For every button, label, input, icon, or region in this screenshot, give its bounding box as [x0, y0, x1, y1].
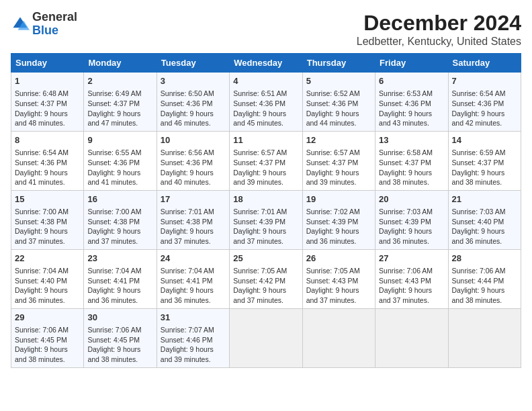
- day-cell: 31Sunrise: 7:07 AMSunset: 4:46 PMDayligh…: [157, 308, 229, 367]
- day-number: 9: [87, 134, 152, 146]
- logo-icon: [11, 15, 30, 34]
- day-number: 18: [233, 193, 298, 205]
- day-info: Sunrise: 7:02 AMSunset: 4:39 PMDaylight:…: [306, 207, 371, 246]
- day-cell: 9Sunrise: 6:55 AMSunset: 4:36 PMDaylight…: [84, 131, 157, 190]
- day-cell: 10Sunrise: 6:56 AMSunset: 4:36 PMDayligh…: [157, 131, 229, 190]
- day-info: Sunrise: 6:51 AMSunset: 4:36 PMDaylight:…: [233, 89, 298, 128]
- calendar-table: SundayMondayTuesdayWednesdayThursdayFrid…: [11, 53, 521, 368]
- day-info: Sunrise: 6:56 AMSunset: 4:36 PMDaylight:…: [161, 148, 226, 187]
- day-number: 8: [15, 134, 80, 146]
- day-info: Sunrise: 6:58 AMSunset: 4:37 PMDaylight:…: [379, 148, 444, 187]
- day-number: 2: [87, 75, 152, 87]
- day-number: 26: [306, 253, 371, 265]
- day-number: 27: [379, 253, 444, 265]
- day-info: Sunrise: 6:54 AMSunset: 4:36 PMDaylight:…: [452, 89, 517, 128]
- day-number: 4: [233, 75, 298, 87]
- day-number: 5: [306, 75, 371, 87]
- day-number: 24: [161, 253, 226, 265]
- day-info: Sunrise: 6:59 AMSunset: 4:37 PMDaylight:…: [452, 148, 517, 187]
- day-cell: 15Sunrise: 7:00 AMSunset: 4:38 PMDayligh…: [11, 190, 84, 249]
- day-cell: 3Sunrise: 6:50 AMSunset: 4:36 PMDaylight…: [157, 73, 229, 132]
- day-cell: 5Sunrise: 6:52 AMSunset: 4:36 PMDaylight…: [302, 73, 375, 132]
- day-number: 19: [306, 193, 371, 205]
- day-number: 13: [379, 134, 444, 146]
- day-info: Sunrise: 6:52 AMSunset: 4:36 PMDaylight:…: [306, 89, 371, 128]
- day-cell: 23Sunrise: 7:04 AMSunset: 4:41 PMDayligh…: [84, 249, 157, 308]
- day-info: Sunrise: 7:04 AMSunset: 4:41 PMDaylight:…: [87, 266, 152, 306]
- day-info: Sunrise: 7:06 AMSunset: 4:45 PMDaylight:…: [15, 325, 80, 365]
- day-cell: 29Sunrise: 7:06 AMSunset: 4:45 PMDayligh…: [11, 308, 84, 367]
- day-cell: 24Sunrise: 7:04 AMSunset: 4:41 PMDayligh…: [157, 249, 229, 308]
- day-info: Sunrise: 7:05 AMSunset: 4:43 PMDaylight:…: [306, 266, 371, 306]
- day-info: Sunrise: 6:48 AMSunset: 4:37 PMDaylight:…: [15, 89, 80, 128]
- day-info: Sunrise: 6:53 AMSunset: 4:36 PMDaylight:…: [379, 89, 444, 128]
- day-number: 29: [15, 312, 80, 324]
- day-info: Sunrise: 7:01 AMSunset: 4:39 PMDaylight:…: [233, 207, 298, 246]
- day-cell: 28Sunrise: 7:06 AMSunset: 4:44 PMDayligh…: [448, 249, 521, 308]
- day-number: 20: [379, 193, 444, 205]
- day-cell: 19Sunrise: 7:02 AMSunset: 4:39 PMDayligh…: [302, 190, 375, 249]
- day-cell: 30Sunrise: 7:06 AMSunset: 4:45 PMDayligh…: [84, 308, 157, 367]
- day-info: Sunrise: 6:55 AMSunset: 4:36 PMDaylight:…: [87, 148, 152, 187]
- header-day-sunday: Sunday: [11, 54, 84, 73]
- day-cell: 4Sunrise: 6:51 AMSunset: 4:36 PMDaylight…: [230, 73, 302, 132]
- day-number: 25: [233, 253, 298, 265]
- week-row-2: 8Sunrise: 6:54 AMSunset: 4:36 PMDaylight…: [11, 131, 521, 190]
- subtitle: Ledbetter, Kentucky, United States: [357, 36, 521, 48]
- day-cell: 6Sunrise: 6:53 AMSunset: 4:36 PMDaylight…: [375, 73, 448, 132]
- day-number: 22: [15, 253, 80, 265]
- day-number: 12: [306, 134, 371, 146]
- header-day-monday: Monday: [84, 54, 157, 73]
- header-day-friday: Friday: [375, 54, 448, 73]
- day-cell: 12Sunrise: 6:57 AMSunset: 4:37 PMDayligh…: [302, 131, 375, 190]
- day-number: 28: [452, 253, 517, 265]
- day-info: Sunrise: 7:06 AMSunset: 4:44 PMDaylight:…: [452, 266, 517, 306]
- day-cell: 20Sunrise: 7:03 AMSunset: 4:39 PMDayligh…: [375, 190, 448, 249]
- day-number: 23: [87, 253, 152, 265]
- day-number: 16: [87, 193, 152, 205]
- logo-blue: Blue: [32, 24, 77, 38]
- day-cell: 17Sunrise: 7:01 AMSunset: 4:38 PMDayligh…: [157, 190, 229, 249]
- day-info: Sunrise: 7:07 AMSunset: 4:46 PMDaylight:…: [161, 325, 226, 365]
- day-cell: 26Sunrise: 7:05 AMSunset: 4:43 PMDayligh…: [302, 249, 375, 308]
- week-row-5: 29Sunrise: 7:06 AMSunset: 4:45 PMDayligh…: [11, 308, 521, 367]
- day-number: 7: [452, 75, 517, 87]
- day-number: 3: [161, 75, 226, 87]
- day-info: Sunrise: 7:00 AMSunset: 4:38 PMDaylight:…: [87, 207, 152, 246]
- day-cell: 14Sunrise: 6:59 AMSunset: 4:37 PMDayligh…: [448, 131, 521, 190]
- week-row-4: 22Sunrise: 7:04 AMSunset: 4:40 PMDayligh…: [11, 249, 521, 308]
- day-info: Sunrise: 7:04 AMSunset: 4:41 PMDaylight:…: [161, 266, 226, 306]
- day-info: Sunrise: 6:57 AMSunset: 4:37 PMDaylight:…: [306, 148, 371, 187]
- day-cell: 27Sunrise: 7:06 AMSunset: 4:43 PMDayligh…: [375, 249, 448, 308]
- day-cell: 18Sunrise: 7:01 AMSunset: 4:39 PMDayligh…: [230, 190, 302, 249]
- week-row-1: 1Sunrise: 6:48 AMSunset: 4:37 PMDaylight…: [11, 73, 521, 132]
- day-cell: 11Sunrise: 6:57 AMSunset: 4:37 PMDayligh…: [230, 131, 302, 190]
- day-cell: 13Sunrise: 6:58 AMSunset: 4:37 PMDayligh…: [375, 131, 448, 190]
- day-number: 31: [161, 312, 226, 324]
- day-cell: [448, 308, 521, 367]
- day-number: 14: [452, 134, 517, 146]
- day-info: Sunrise: 7:00 AMSunset: 4:38 PMDaylight:…: [15, 207, 80, 246]
- day-number: 30: [87, 312, 152, 324]
- day-info: Sunrise: 7:03 AMSunset: 4:39 PMDaylight:…: [379, 207, 444, 246]
- day-info: Sunrise: 7:06 AMSunset: 4:45 PMDaylight:…: [87, 325, 152, 365]
- day-info: Sunrise: 7:05 AMSunset: 4:42 PMDaylight:…: [233, 266, 298, 306]
- day-info: Sunrise: 7:01 AMSunset: 4:38 PMDaylight:…: [161, 207, 226, 246]
- main-title: December 2024: [357, 11, 521, 36]
- day-number: 15: [15, 193, 80, 205]
- day-cell: 2Sunrise: 6:49 AMSunset: 4:37 PMDaylight…: [84, 73, 157, 132]
- day-number: 11: [233, 134, 298, 146]
- day-number: 21: [452, 193, 517, 205]
- header-day-wednesday: Wednesday: [230, 54, 302, 73]
- day-info: Sunrise: 6:54 AMSunset: 4:36 PMDaylight:…: [15, 148, 80, 187]
- header-day-thursday: Thursday: [302, 54, 375, 73]
- day-cell: [230, 308, 302, 367]
- header-row: SundayMondayTuesdayWednesdayThursdayFrid…: [11, 54, 521, 73]
- day-cell: 21Sunrise: 7:03 AMSunset: 4:40 PMDayligh…: [448, 190, 521, 249]
- title-area: December 2024 Ledbetter, Kentucky, Unite…: [357, 11, 521, 48]
- day-cell: 7Sunrise: 6:54 AMSunset: 4:36 PMDaylight…: [448, 73, 521, 132]
- day-cell: 8Sunrise: 6:54 AMSunset: 4:36 PMDaylight…: [11, 131, 84, 190]
- day-number: 6: [379, 75, 444, 87]
- day-cell: [375, 308, 448, 367]
- day-info: Sunrise: 7:03 AMSunset: 4:40 PMDaylight:…: [452, 207, 517, 246]
